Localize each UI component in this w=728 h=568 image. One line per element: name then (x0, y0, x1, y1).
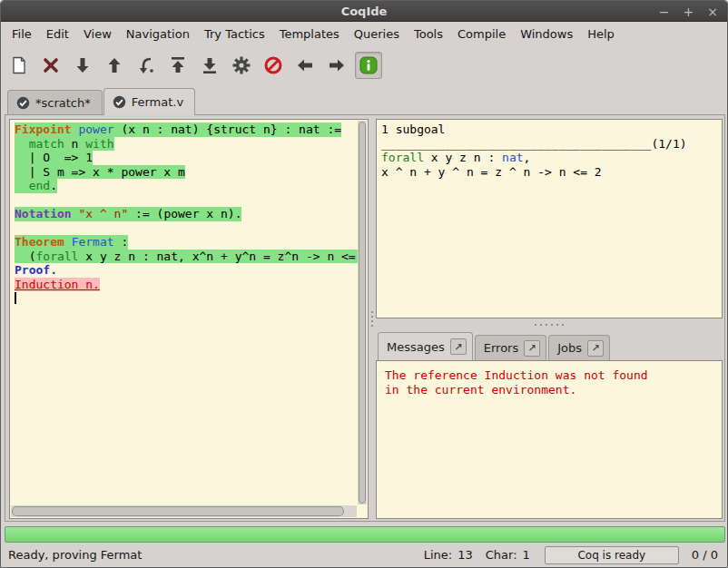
window-title: CoqIde (1, 5, 727, 18)
tab-jobs[interactable]: Jobs↗ (548, 335, 610, 360)
tab-messages[interactable]: Messages↗ (378, 332, 473, 360)
arrow-hook-icon (136, 55, 156, 75)
cross-icon (41, 55, 61, 75)
editor-vertical-scrollbar[interactable] (358, 121, 367, 504)
no-entry-icon (263, 55, 283, 75)
code-line: match n with (15, 137, 358, 152)
arrow-up-icon (104, 55, 124, 75)
close-buffer-button[interactable] (37, 52, 64, 79)
code-line: end. (15, 179, 358, 193)
menu-navigation[interactable]: Navigation (119, 24, 197, 44)
detach-icon[interactable]: ↗ (450, 338, 467, 355)
vertical-splitter[interactable] (369, 119, 376, 519)
menu-compile[interactable]: Compile (450, 24, 513, 44)
menu-templates[interactable]: Templates (272, 24, 347, 44)
code-line: Notation "x ^ n" := (power x n). (15, 207, 358, 221)
tab-scratch[interactable]: *scratch* (7, 90, 103, 114)
status-text: Ready, proving Fermat (8, 548, 411, 562)
step-backward-button[interactable] (101, 52, 128, 79)
message-tabbar: Messages↗Errors↗Jobs↗ (376, 329, 723, 360)
tab-label: Jobs (557, 341, 582, 355)
maximize-button[interactable]: + (684, 5, 694, 18)
file-tabbar: *scratch*Fermat.v (1, 84, 727, 114)
text-caret (15, 292, 16, 304)
menu-try-tactics[interactable]: Try Tactics (197, 24, 272, 44)
minimize-button[interactable]: − (659, 5, 670, 18)
splitter-dot (371, 316, 373, 318)
goals-view: 1 subgoal_______________________________… (377, 120, 722, 318)
arrow-up-bar-icon (168, 55, 188, 75)
message-line: The reference Induction was not found (385, 368, 713, 383)
task-counter: 0 / 0 (692, 548, 718, 562)
main-area: Fixpoint power (x n : nat) {struct n} : … (5, 114, 725, 522)
script-editor-pane: Fixpoint power (x n : nat) {struct n} : … (9, 119, 369, 519)
messages-pane: The reference Induction was not foundin … (376, 360, 723, 519)
editor-horizontal-scrollbar[interactable] (11, 505, 357, 517)
arrow-left-icon (295, 55, 315, 75)
detach-icon[interactable]: ↗ (524, 340, 540, 357)
code-line: ______________________________________(1… (381, 137, 722, 152)
navigate-forward-button[interactable] (323, 52, 350, 79)
interrupt-button[interactable] (260, 52, 287, 79)
tab-label: Fermat.v (132, 95, 183, 109)
tab-label: Errors (484, 341, 518, 355)
info-icon (359, 55, 379, 75)
gear-icon (231, 55, 251, 75)
run-to-end-button[interactable] (196, 52, 223, 79)
detach-icon[interactable]: ↗ (587, 340, 604, 357)
menubar: FileEditViewNavigationTry TacticsTemplat… (1, 22, 727, 46)
menu-windows[interactable]: Windows (513, 24, 580, 44)
code-line: | O => 1 (15, 151, 358, 165)
code-line (15, 193, 358, 208)
scrollbar-thumb[interactable] (359, 122, 366, 504)
scrollbar-thumb[interactable] (12, 506, 344, 516)
titlebar: CoqIde − + × (1, 1, 727, 22)
menu-view[interactable]: View (76, 24, 119, 44)
splitter-dot (371, 311, 373, 313)
statusbar: Ready, proving Fermat Line: 13 Char: 1 C… (1, 543, 727, 567)
new-page-icon (9, 55, 29, 75)
about-info-button[interactable] (355, 52, 382, 79)
new-file-button[interactable] (5, 52, 33, 79)
menu-file[interactable]: File (5, 24, 39, 44)
navigate-back-button[interactable] (291, 52, 319, 79)
step-forward-button[interactable] (69, 52, 96, 79)
arrow-right-icon (327, 55, 347, 75)
char-label: Char: (486, 548, 517, 562)
tab-label: *scratch* (35, 96, 91, 110)
go-to-cursor-button[interactable] (133, 52, 160, 79)
code-line: Induction n. (15, 278, 358, 292)
arrow-down-bar-icon (200, 55, 220, 75)
close-button[interactable]: × (707, 5, 718, 18)
code-line (15, 221, 358, 236)
restart-to-top-button[interactable] (164, 52, 192, 79)
code-line: x ^ n + y ^ n = z ^ n -> n <= 2 (381, 165, 722, 180)
menu-tools[interactable]: Tools (407, 24, 450, 44)
code-line (15, 291, 358, 306)
tab-fermat.v[interactable]: Fermat.v (103, 88, 195, 115)
tab-errors[interactable]: Errors↗ (475, 335, 546, 360)
check-circle-icon (113, 95, 126, 109)
menu-edit[interactable]: Edit (39, 24, 76, 44)
arrow-down-icon (73, 55, 93, 75)
menu-queries[interactable]: Queries (347, 24, 407, 44)
menu-help[interactable]: Help (580, 24, 622, 44)
coqide-window: CoqIde − + × FileEditViewNavigationTry T… (0, 0, 728, 568)
messages-view: The reference Induction was not foundin … (377, 361, 722, 405)
script-editor[interactable]: Fixpoint power (x n : nat) {struct n} : … (10, 120, 358, 505)
tab-label: Messages (387, 340, 445, 354)
splitter-dot (546, 324, 547, 326)
splitter-dot (562, 324, 564, 326)
splitter-dot (371, 320, 373, 322)
code-line: (forall x y z n : nat, x^n + y^n = z^n -… (15, 250, 358, 264)
code-line: Fixpoint power (x n : nat) {struct n} : … (15, 122, 358, 137)
line-label: Line: (424, 548, 452, 562)
preferences-button[interactable] (228, 52, 255, 79)
splitter-dot (556, 324, 558, 326)
line-value: 13 (457, 548, 473, 562)
char-value: 1 (523, 548, 530, 562)
goals-pane: 1 subgoal_______________________________… (376, 119, 723, 318)
code-line: forall x y z n : nat, (381, 151, 722, 165)
code-line: Proof. (15, 263, 358, 278)
coq-status: Coq is ready (545, 546, 679, 564)
